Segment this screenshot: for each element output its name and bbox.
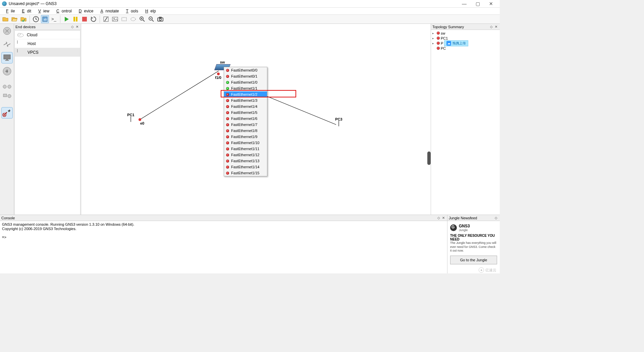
watermark-text: 亿速云 — [485, 268, 496, 273]
all-devices-category-icon[interactable] — [1, 83, 13, 90]
new-project-icon[interactable] — [1, 15, 9, 23]
zoom-out-icon[interactable] — [147, 15, 155, 23]
console-output[interactable]: GNS3 management console. Running GNS3 ve… — [0, 221, 447, 273]
menu-help[interactable]: Help — [141, 9, 158, 13]
ctx-item-FastEthernet1-7[interactable]: FastEthernet1/7 — [224, 122, 267, 128]
ctx-item-FastEthernet1-13[interactable]: FastEthernet1/13 — [224, 158, 267, 164]
ctx-item-FastEthernet1-14[interactable]: FastEthernet1/14 — [224, 164, 267, 170]
snapshot-icon[interactable] — [32, 15, 40, 23]
routers-category-icon[interactable] — [1, 25, 13, 37]
end-devices-category-icon[interactable] — [1, 52, 13, 63]
topo-label: P — [441, 41, 443, 45]
zoom-slider[interactable] — [427, 151, 431, 165]
svg-line-29 — [140, 71, 219, 120]
port-context-menu: FastEthernet0/0FastEthernet0/1FastEthern… — [224, 67, 267, 176]
node-pc3[interactable]: PC3 — [333, 117, 345, 131]
svg-point-23 — [8, 85, 11, 88]
maximize-button[interactable]: ▢ — [471, 1, 484, 6]
cloud-upload-icon: ☁ — [446, 41, 451, 46]
menu-annotate[interactable]: Annotate — [96, 9, 121, 13]
panel-float-icon[interactable]: ◇ — [70, 25, 75, 29]
panel-float-icon[interactable]: ◇ — [489, 25, 494, 29]
port-status-icon — [226, 111, 229, 114]
end-devices-title-label: End devices — [15, 25, 36, 29]
minimize-button[interactable]: — — [458, 1, 471, 6]
port-status-icon — [226, 141, 229, 144]
switches-category-icon[interactable] — [1, 39, 13, 50]
port-status-icon — [226, 153, 229, 157]
draw-rect-icon[interactable] — [120, 15, 128, 23]
stop-all-icon[interactable] — [80, 15, 89, 23]
ctx-item-FastEthernet1-5[interactable]: FastEthernet1/5 — [224, 109, 267, 116]
security-devices-category-icon[interactable] — [1, 65, 13, 77]
svg-rect-24 — [3, 94, 7, 97]
insert-image-icon[interactable] — [111, 15, 119, 23]
menu-tools[interactable]: Tools — [121, 9, 141, 13]
host-icon — [17, 41, 24, 47]
ctx-item-FastEthernet1-0[interactable]: FastEthernet1/0 — [224, 79, 267, 85]
ctx-item-FastEthernet1-10[interactable]: FastEthernet1/10 — [224, 140, 267, 146]
device-label: Host — [28, 41, 36, 46]
device-item-cloud[interactable]: Cloud — [15, 31, 80, 39]
ctx-item-FastEthernet1-12[interactable]: FastEthernet1/12 — [224, 152, 267, 158]
topo-row[interactable]: PC — [432, 46, 498, 51]
draw-ellipse-icon[interactable] — [129, 15, 137, 23]
panel-float-icon[interactable]: ◇ — [436, 216, 441, 220]
ctx-item-label: FastEthernet1/7 — [231, 123, 257, 127]
topo-row[interactable]: ▸sw — [432, 31, 498, 36]
device-item-vpcs[interactable]: VPCS — [15, 48, 80, 57]
menu-device[interactable]: Device — [74, 9, 96, 13]
ctx-item-FastEthernet1-4[interactable]: FastEthernet1/4 — [224, 103, 267, 109]
close-button[interactable]: ✕ — [484, 1, 498, 6]
add-link-icon[interactable] — [1, 107, 13, 119]
node-label: sw — [215, 60, 229, 64]
svg-point-25 — [8, 94, 11, 98]
ctx-item-FastEthernet0-0[interactable]: FastEthernet0/0 — [224, 67, 267, 73]
upload-badge[interactable]: ☁拖拽上传 — [444, 40, 468, 46]
panel-float-icon[interactable]: ◇ — [494, 216, 498, 220]
panel-close-icon[interactable]: ✕ — [441, 216, 446, 220]
ctx-item-label: FastEthernet1/12 — [231, 153, 259, 157]
ctx-item-FastEthernet1-9[interactable]: FastEthernet1/9 — [224, 134, 267, 140]
ctx-item-FastEthernet1-11[interactable]: FastEthernet1/11 — [224, 146, 267, 152]
menu-control[interactable]: Control — [52, 9, 74, 13]
device-item-host[interactable]: Host — [15, 39, 80, 48]
port-status-icon — [226, 129, 229, 132]
zoom-in-icon[interactable] — [138, 15, 146, 23]
ctx-item-FastEthernet1-1[interactable]: FastEthernet1/1 — [224, 85, 267, 91]
screenshot-icon[interactable] — [156, 15, 164, 23]
panel-close-icon[interactable]: ✕ — [75, 25, 79, 29]
ctx-item-FastEthernet0-1[interactable]: FastEthernet0/1 — [224, 73, 267, 79]
ctx-item-label: FastEthernet1/2 — [231, 92, 257, 96]
port-status-icon — [226, 99, 229, 102]
topo-label: PC — [441, 46, 446, 50]
ctx-item-label: FastEthernet0/1 — [231, 74, 257, 78]
open-project-icon[interactable] — [10, 15, 18, 23]
ctx-item-label: FastEthernet1/10 — [231, 141, 259, 145]
ctx-item-FastEthernet1-15[interactable]: FastEthernet1/15 — [224, 170, 267, 176]
pause-all-icon[interactable] — [71, 15, 79, 23]
ctx-item-FastEthernet1-8[interactable]: FastEthernet1/8 — [224, 128, 267, 134]
reload-all-icon[interactable] — [90, 15, 98, 23]
annotate-text-icon[interactable] — [102, 15, 110, 23]
svg-rect-4 — [73, 17, 75, 21]
menu-file[interactable]: File — [1, 9, 17, 13]
go-to-jungle-button[interactable]: Go to the Jungle — [450, 256, 497, 264]
node-pc1[interactable]: PC1 — [125, 113, 137, 127]
ctx-item-FastEthernet1-2[interactable]: FastEthernet1/2 — [224, 91, 267, 97]
show-interface-labels-icon[interactable]: ab — [41, 15, 49, 23]
console-all-icon[interactable]: >_ — [50, 15, 58, 23]
start-all-icon[interactable] — [62, 15, 70, 23]
save-project-icon[interactable] — [19, 15, 28, 23]
browse-templates-icon[interactable] — [1, 92, 13, 100]
ctx-item-FastEthernet1-6[interactable]: FastEthernet1/6 — [224, 116, 267, 122]
panel-close-icon[interactable]: ✕ — [494, 25, 498, 29]
ctx-item-label: FastEthernet1/3 — [231, 98, 257, 102]
ctx-item-FastEthernet1-3[interactable]: FastEthernet1/3 — [224, 97, 267, 103]
topo-row[interactable]: ▸P ☁拖拽上传 — [432, 41, 498, 46]
news-text: The Jungle has everything you will ever … — [450, 241, 497, 253]
menu-edit[interactable]: Edit — [17, 9, 34, 13]
topology-title-label: Topology Summary — [432, 25, 464, 29]
titlebar: Unsaved project* — GNS3 — ▢ ✕ — [0, 0, 500, 8]
menu-view[interactable]: View — [34, 9, 52, 13]
